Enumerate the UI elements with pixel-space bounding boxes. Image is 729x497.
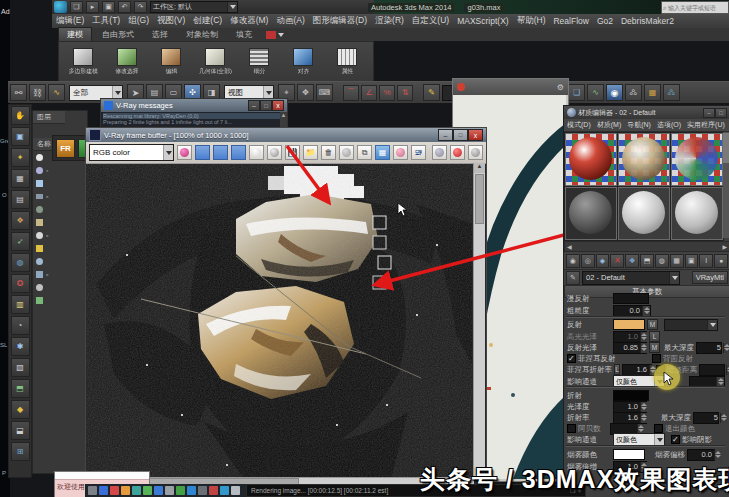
slot-scroll-right[interactable]: ▶ bbox=[722, 243, 727, 250]
keyboard-shortcut-icon[interactable]: ⌨ bbox=[316, 84, 333, 101]
close-icon[interactable] bbox=[457, 83, 465, 91]
show-in-viewport-icon[interactable]: ▦ bbox=[670, 254, 684, 268]
ribbon-overflow-icon[interactable] bbox=[278, 33, 284, 37]
spinner-snap-icon[interactable]: ⇅ bbox=[397, 85, 413, 101]
tool-modify-selection[interactable]: 修改选择 bbox=[107, 48, 147, 76]
red-channel-button[interactable] bbox=[195, 145, 210, 160]
track-mouse-button[interactable] bbox=[393, 145, 408, 160]
explorer-item[interactable]: ▫ bbox=[33, 229, 87, 242]
select-and-manipulate-icon[interactable]: ✥ bbox=[297, 84, 314, 101]
put-material-icon[interactable]: ◎ bbox=[581, 254, 595, 268]
left-toolbar-button[interactable]: ✋ bbox=[11, 106, 30, 125]
backface-checkbox[interactable] bbox=[652, 354, 661, 363]
explorer-tab[interactable]: 图层 bbox=[33, 111, 65, 124]
taskbar-app-icon[interactable] bbox=[154, 486, 163, 495]
color-correction-button[interactable] bbox=[432, 145, 447, 160]
undo-icon[interactable]: ↶ bbox=[118, 1, 131, 13]
mat-menu-modes[interactable]: 模式(D) bbox=[564, 120, 594, 130]
menu-debrismaker[interactable]: DebrisMaker2 bbox=[617, 16, 678, 26]
taskbar-app-icon[interactable] bbox=[209, 486, 218, 495]
explorer-item[interactable] bbox=[33, 177, 87, 190]
explorer-item[interactable]: ◦ bbox=[33, 164, 87, 177]
redo-icon[interactable]: ↷ bbox=[134, 1, 147, 13]
pick-material-eyedropper-icon[interactable]: ✎ bbox=[566, 271, 580, 285]
percent-snap-icon[interactable]: % bbox=[379, 85, 395, 101]
bind-spacewarp-icon[interactable]: ∿ bbox=[48, 84, 65, 101]
taskbar-app-icon[interactable] bbox=[143, 486, 152, 495]
minimize-icon[interactable]: – bbox=[703, 108, 715, 118]
left-toolbar-button[interactable]: ◔ bbox=[11, 316, 30, 335]
search-box[interactable]: ⌕ bbox=[661, 1, 729, 14]
layer-manager-icon[interactable]: ❏ bbox=[568, 84, 585, 101]
tool-subdivision[interactable]: 细分 bbox=[239, 48, 279, 76]
material-editor-icon[interactable]: ◉ bbox=[606, 84, 623, 101]
vray-messages-titlebar[interactable]: V-Ray messages – □ x bbox=[101, 99, 287, 112]
menu-modifiers[interactable]: 修改器(M) bbox=[226, 15, 272, 27]
clear-image-button[interactable]: 🗑 bbox=[321, 145, 336, 160]
menu-customize[interactable]: 自定义(U) bbox=[408, 15, 453, 27]
refr-max-depth-spinner[interactable]: 5 bbox=[693, 412, 719, 424]
explorer-item[interactable] bbox=[33, 203, 87, 216]
angle-snap-icon[interactable]: ∠ bbox=[361, 85, 377, 101]
menu-create[interactable]: 创建(C) bbox=[189, 15, 226, 27]
snap-magnet-3-icon[interactable]: ⌒ bbox=[343, 85, 359, 101]
explorer-item[interactable]: ▫ bbox=[33, 190, 87, 203]
sample-slot-gray1[interactable] bbox=[618, 187, 670, 240]
affect-shadows-checkbox[interactable] bbox=[671, 435, 680, 444]
vfb-channel-dropdown[interactable]: RGB color bbox=[89, 144, 174, 161]
left-toolbar-button[interactable]: ⬓ bbox=[11, 421, 30, 440]
left-toolbar-button[interactable]: ▤ bbox=[11, 190, 30, 209]
ribbon-populate-icon[interactable] bbox=[266, 31, 276, 39]
explorer-item[interactable] bbox=[33, 255, 87, 268]
tool-geometry-all[interactable]: 几何体(全部) bbox=[195, 48, 235, 76]
minimize-icon[interactable]: – bbox=[438, 129, 453, 141]
copy-buffer-button[interactable]: ⧉ bbox=[357, 145, 372, 160]
sample-slot-gray2[interactable] bbox=[671, 187, 723, 240]
menu-group[interactable]: 组(G) bbox=[124, 15, 153, 27]
roughness-spinner[interactable]: 0.0 bbox=[613, 305, 651, 317]
ribbon-tab-modeling[interactable]: 建模 bbox=[58, 27, 92, 41]
close-icon[interactable]: □ bbox=[715, 108, 727, 118]
go-to-parent-icon[interactable]: I bbox=[699, 254, 713, 268]
material-id-icon[interactable]: ◍ bbox=[655, 254, 669, 268]
scrollbar-thumb[interactable] bbox=[475, 174, 484, 224]
taskbar-app-icon[interactable] bbox=[88, 486, 97, 495]
material-editor-titlebar[interactable]: 材质编辑器 - 02 - Default – □ bbox=[564, 106, 729, 119]
monochrome-button[interactable] bbox=[267, 145, 282, 160]
make-unique-icon[interactable]: ❖ bbox=[625, 254, 639, 268]
fresnel-ior-lock-button[interactable]: L bbox=[614, 364, 620, 375]
diffuse-swatch[interactable] bbox=[613, 293, 649, 304]
show-end-result-icon[interactable]: ▣ bbox=[685, 254, 699, 268]
menu-help[interactable]: 帮助(H) bbox=[513, 15, 550, 27]
menu-animation[interactable]: 动画(A) bbox=[272, 15, 308, 27]
reflect-swatch[interactable] bbox=[613, 319, 645, 330]
select-and-link-icon[interactable]: ⚯ bbox=[10, 84, 27, 101]
sample-slot-darkgray[interactable] bbox=[565, 187, 617, 240]
fresnel-ior-spinner[interactable]: 1.6 bbox=[622, 364, 652, 376]
vfb-titlebar[interactable]: V-Ray frame buffer - [100% of 1000 x 100… bbox=[86, 128, 486, 142]
taskbar-app-icon[interactable] bbox=[110, 486, 119, 495]
search-input[interactable] bbox=[668, 5, 720, 11]
workspace-dropdown[interactable]: 工作区: 默认 bbox=[150, 1, 238, 13]
sample-slot-metal[interactable] bbox=[618, 133, 670, 186]
close-icon[interactable]: x bbox=[468, 129, 483, 141]
blue-channel-button[interactable] bbox=[231, 145, 246, 160]
render-setup-icon[interactable]: 🝆 bbox=[625, 84, 642, 101]
hilight-gloss-lock-button[interactable]: L bbox=[649, 331, 660, 342]
load-image-button[interactable]: 📁 bbox=[303, 145, 318, 160]
ribbon-tab-selection[interactable]: 选择 bbox=[144, 28, 176, 41]
left-toolbar-button[interactable]: ▥ bbox=[11, 295, 30, 314]
left-toolbar-button[interactable]: ➶ bbox=[11, 232, 30, 251]
duplicate-buffer-button[interactable] bbox=[339, 145, 354, 160]
taskbar-app-icon[interactable] bbox=[220, 486, 229, 495]
edit-named-selections-icon[interactable]: ✎ bbox=[423, 84, 440, 101]
minimize-icon[interactable]: – bbox=[248, 100, 260, 111]
menu-graph-editors[interactable]: 图形编辑器(D) bbox=[309, 15, 371, 27]
left-toolbar-button[interactable]: ▣ bbox=[11, 127, 30, 146]
save-image-button[interactable]: 💾 bbox=[285, 145, 300, 160]
taskbar-app-icon[interactable] bbox=[231, 486, 240, 495]
reference-window-titlebar[interactable]: ⚙ bbox=[453, 79, 568, 95]
vfb-vertical-scrollbar[interactable]: ▲ ▼ bbox=[473, 163, 485, 478]
ribbon-tab-object-paint[interactable]: 对象绘制 bbox=[178, 28, 226, 41]
fog-color-swatch[interactable] bbox=[613, 449, 645, 460]
